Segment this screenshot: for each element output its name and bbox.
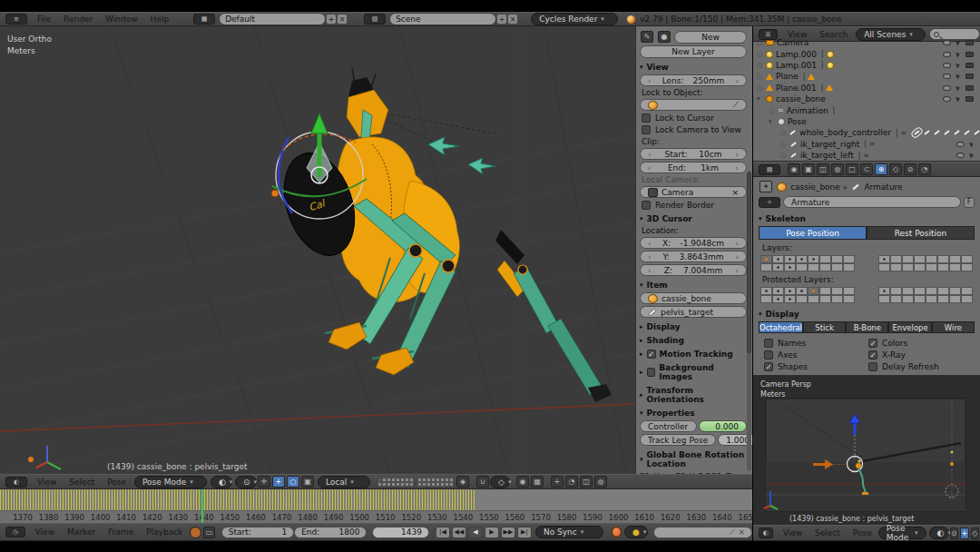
- visibility-eye-icon[interactable]: [943, 74, 951, 79]
- layer-cell[interactable]: [843, 255, 855, 263]
- layer-cell[interactable]: [808, 255, 819, 263]
- layer-cell[interactable]: [961, 255, 973, 263]
- protected-layer-cell[interactable]: [949, 287, 961, 295]
- viewport-layers-group-2[interactable]: [417, 478, 454, 487]
- layer-cell[interactable]: [902, 255, 914, 263]
- timeline-menu-view[interactable]: View: [29, 526, 61, 538]
- camera-mode-selector[interactable]: Pose Mode▾: [878, 527, 926, 539]
- layer-cell[interactable]: [772, 255, 784, 263]
- selectability-cursor-icon[interactable]: [956, 96, 961, 103]
- ik-target-arrows[interactable]: [428, 137, 495, 174]
- outliner-row-cassie-bone[interactable]: ▾cassie_bone: [757, 94, 980, 104]
- lens--field[interactable]: Lens:250mm: [640, 74, 747, 86]
- clear-icon[interactable]: ×: [731, 188, 739, 197]
- sync-selector[interactable]: No Sync▾: [535, 526, 603, 538]
- layer-cell[interactable]: [914, 255, 926, 263]
- renderability-camera-icon[interactable]: [965, 85, 974, 91]
- mode-selector[interactable]: Pose Mode▾: [134, 476, 207, 488]
- renderability-camera-icon[interactable]: [965, 40, 974, 45]
- protected-layer-cell[interactable]: [914, 295, 926, 303]
- protected-layer-cell[interactable]: [937, 295, 949, 303]
- protected-layer-cell[interactable]: [878, 295, 890, 303]
- protected-layer-cell[interactable]: [902, 287, 914, 295]
- section-item[interactable]: ▾Item: [640, 281, 747, 290]
- sphere-field[interactable]: ⟋: [640, 99, 747, 111]
- section-background-images[interactable]: ▸Background Images: [640, 363, 747, 381]
- render-border-checkbox[interactable]: [642, 201, 651, 210]
- section-properties[interactable]: ▾Properties: [640, 409, 747, 418]
- viewport-menu-pose[interactable]: Pose: [101, 476, 132, 488]
- names-checkbox[interactable]: [764, 339, 773, 348]
- color-icon[interactable]: ●: [658, 31, 671, 43]
- protected-layer-cell[interactable]: [760, 295, 772, 303]
- play-button[interactable]: ▶: [485, 527, 499, 538]
- tab-render-layers[interactable]: ▣: [802, 163, 815, 175]
- info-menu-render[interactable]: Render: [57, 13, 99, 25]
- section-shading[interactable]: ▸Shading: [640, 336, 747, 345]
- armature-layers[interactable]: [753, 253, 980, 273]
- colors-checkbox[interactable]: ✓: [868, 339, 877, 348]
- section-global-bone-rotation-location[interactable]: ▾Global Bone Rotation Location: [640, 450, 747, 468]
- info-menu-help[interactable]: Help: [144, 13, 176, 25]
- lock-to-cursor-checkbox[interactable]: [642, 113, 651, 123]
- y--field[interactable]: Y:3.8643mm: [640, 251, 747, 262]
- outliner-row-pose[interactable]: ▾Pose: [757, 116, 980, 127]
- outliner-row-lamp-001[interactable]: ○Lamp.001|: [757, 60, 980, 71]
- timeline-menu-marker[interactable]: Marker: [61, 526, 102, 538]
- layer-cell[interactable]: [890, 263, 902, 271]
- n-panel-scrollbar[interactable]: [747, 172, 751, 471]
- frame-locked-icon[interactable]: ▭: [203, 527, 215, 538]
- pin-icon[interactable]: ✦: [760, 181, 772, 192]
- scene-delete-button[interactable]: ×: [507, 14, 518, 25]
- track-leg-pose-label-field[interactable]: Track Leg Pose: [640, 434, 716, 446]
- editor-type-button-info[interactable]: ≡: [5, 14, 27, 25]
- current-frame-field[interactable]: 1439: [372, 527, 428, 538]
- jump-to-end-button[interactable]: ▶|: [517, 527, 532, 538]
- renderability-camera-icon[interactable]: [965, 52, 974, 57]
- render-anim-icon[interactable]: ▦: [531, 476, 544, 488]
- display-mode-wire[interactable]: Wire: [932, 321, 975, 333]
- outliner-row-whole-body-controller[interactable]: ○whole_body_controller| ∞: [757, 127, 980, 138]
- breadcrumb-object[interactable]: cassie_bone: [790, 182, 840, 192]
- outliner-row-lamp-000[interactable]: ○Lamp.000|: [757, 48, 980, 59]
- jump-to-start-button[interactable]: |◀: [436, 527, 450, 538]
- protected-layer-cell[interactable]: [902, 295, 914, 303]
- protected-layer-cell[interactable]: [760, 287, 772, 295]
- orientation-selector[interactable]: Local▾: [318, 476, 370, 488]
- protected-layer-cell[interactable]: [949, 295, 961, 303]
- pelvis-target-field[interactable]: pelvis_target: [640, 306, 747, 318]
- rest-position-button[interactable]: Rest Position: [867, 226, 975, 240]
- editor-type-button-viewport[interactable]: ◐: [5, 477, 27, 488]
- tab-world[interactable]: ◍: [831, 163, 844, 175]
- section-display[interactable]: ▸Display: [640, 322, 747, 331]
- selectability-cursor-icon[interactable]: [956, 74, 961, 80]
- tab-object-data[interactable]: ⊕: [875, 163, 887, 175]
- rotate-manipulator-icon[interactable]: ○: [287, 476, 299, 488]
- protected-layer-cell[interactable]: [831, 287, 843, 295]
- tab-render[interactable]: ◉: [788, 163, 800, 175]
- layer-cell[interactable]: [819, 263, 831, 271]
- protected-layer-cell[interactable]: [914, 287, 926, 295]
- visibility-eye-icon[interactable]: [943, 96, 951, 102]
- protected-layer-cell[interactable]: [937, 287, 949, 295]
- next-keyframe-button[interactable]: ▶▶: [501, 527, 515, 538]
- info-menu-window[interactable]: Window: [99, 13, 144, 25]
- pose-position-button[interactable]: Pose Position: [759, 226, 867, 240]
- 3d-viewport[interactable]: Cal: [0, 26, 635, 474]
- layer-cell[interactable]: [878, 263, 890, 271]
- pivot-selector[interactable]: ⊙▾: [235, 476, 257, 488]
- layout-delete-button[interactable]: ×: [337, 14, 348, 25]
- visibility-eye-icon[interactable]: [956, 142, 965, 147]
- outliner-row-plane[interactable]: ○Plane|: [757, 71, 980, 82]
- screen-layout-selector[interactable]: Default: [219, 13, 326, 25]
- protected-layer-cell[interactable]: [784, 295, 796, 303]
- camera-pivot-icon[interactable]: ⊙: [950, 527, 958, 539]
- editor-type-button-timeline[interactable]: ◷: [5, 527, 25, 537]
- fake-user-button[interactable]: F: [964, 197, 975, 208]
- camera-menu-pose[interactable]: Pose: [847, 527, 878, 539]
- protected-layer-cell[interactable]: [796, 295, 808, 303]
- outliner-row-ik-target-right[interactable]: ○ik_target_right| ∞: [757, 139, 980, 150]
- layer-cell[interactable]: [760, 255, 772, 263]
- selectability-cursor-icon[interactable]: [969, 141, 975, 147]
- selectability-cursor-icon[interactable]: [956, 51, 961, 57]
